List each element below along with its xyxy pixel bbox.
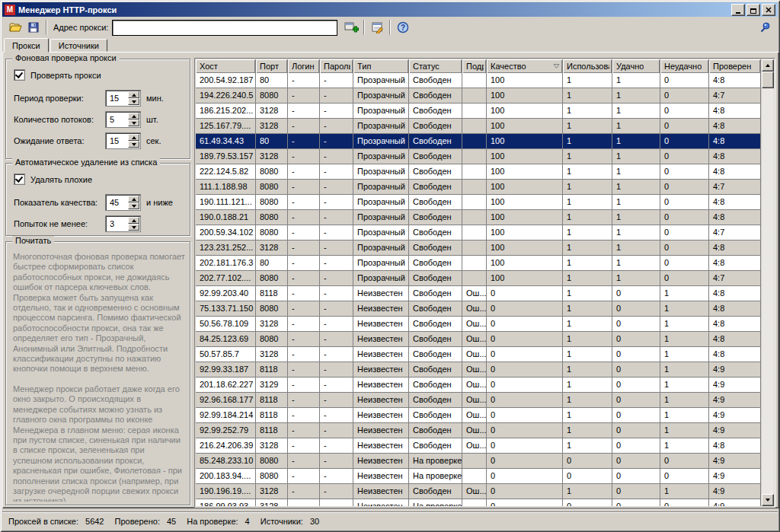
cell-type: Неизвестен	[353, 499, 409, 506]
table-row[interactable]: 92.96.168.1778118--НеизвестенСвободенОш.…	[196, 393, 761, 408]
group-readme: Почитать Многопоточная фоновая проверка …	[5, 241, 190, 505]
cell-fail: 0	[660, 88, 709, 103]
help-button[interactable]: ?	[394, 19, 412, 36]
table-row[interactable]: 92.99.184.2148118--НеизвестенСвободенОш.…	[196, 408, 761, 423]
title-bar[interactable]: M Менеджер HTTP-прокси	[2, 2, 778, 17]
add-proxy-button[interactable]	[342, 19, 360, 36]
group-title: Автоматическое удаление из списка	[12, 158, 160, 167]
cell-used: 1	[563, 180, 612, 194]
tab-sources[interactable]: Источники	[50, 39, 107, 52]
table-row[interactable]: 201.18.62.2273129--НеизвестенСвободенОш.…	[196, 377, 761, 393]
table-row[interactable]: 92.99.252.798118--НеизвестенСвободенОш..…	[196, 423, 761, 438]
cell-login: -	[288, 256, 320, 270]
table-row[interactable]: 194.226.240.58080--ПрозрачныйСвободен100…	[196, 88, 761, 104]
cell-login: -	[288, 286, 320, 301]
cell-port: 8118	[256, 408, 288, 422]
open-button[interactable]	[6, 19, 24, 36]
check-proxies-checkbox[interactable]: Проверять прокси	[14, 69, 101, 81]
table-row[interactable]: 92.99.203.408118--НеизвестенСвободенОш..…	[196, 286, 761, 301]
column-label: Подробности	[466, 62, 484, 71]
cell-used: 1	[563, 408, 612, 422]
pin-button[interactable]	[756, 19, 774, 36]
table-row[interactable]: 216.24.206.393128--НеизвестенСвободенОш.…	[196, 438, 761, 454]
maximize-icon	[750, 8, 756, 14]
minimize-button[interactable]	[731, 4, 745, 16]
cell-quality: 100	[487, 88, 563, 103]
cell-quality: 0	[487, 393, 563, 407]
table-row[interactable]: 75.133.71.1508080--НеизвестенСвободенОш.…	[196, 301, 761, 317]
column-header-status[interactable]: Статус	[409, 59, 462, 73]
properties-button[interactable]	[368, 19, 386, 36]
table-row[interactable]: 222.124.5.828080--ПрозрачныйСвободен1001…	[196, 164, 761, 180]
cell-success: 1	[612, 134, 660, 148]
status-value: 4	[245, 517, 250, 526]
column-header-login[interactable]: Логин	[288, 59, 320, 73]
quality-threshold-stepper[interactable]: 45	[105, 194, 141, 211]
table-row[interactable]: 200.54.92.18780--ПрозрачныйСвободен10011…	[196, 73, 761, 88]
column-header-host[interactable]: Хост	[196, 59, 256, 73]
cell-details: Ош...	[462, 484, 487, 499]
spin-down-button[interactable]	[128, 202, 139, 209]
cell-quality: 0	[487, 332, 563, 346]
table-row[interactable]: 84.25.123.698080--НеизвестенСвободенОш..…	[196, 332, 761, 347]
thread-count-stepper[interactable]: 5	[105, 111, 141, 128]
spin-up-button[interactable]	[128, 196, 139, 202]
column-header-type[interactable]: Тип	[353, 59, 409, 73]
column-header-password[interactable]: Пароль	[320, 59, 353, 73]
scroll-down-button[interactable]	[762, 494, 774, 506]
check-period-stepper[interactable]: 15	[105, 90, 141, 107]
cell-details	[462, 454, 487, 468]
column-header-success[interactable]: Удачно	[612, 59, 660, 73]
table-row[interactable]: 111.1.188.988080--ПрозрачныйСвободен1001…	[196, 180, 761, 195]
spin-up-button[interactable]	[128, 217, 139, 224]
table-row[interactable]: 186.99.93.933128--НеизвестенНа проверке0…	[196, 499, 761, 506]
table-row[interactable]: 92.99.33.1878118--НеизвестенСвободенОш..…	[196, 362, 761, 377]
table-row[interactable]: 202.77.102....8080--ПрозрачныйСвободен10…	[196, 271, 761, 286]
scrollbar-thumb[interactable]	[762, 72, 774, 88]
save-button[interactable]	[24, 19, 43, 36]
table-row[interactable]: 190.196.19....3128--НеизвестенСвободенОш…	[196, 484, 761, 499]
column-header-checked[interactable]: Проверен	[709, 59, 761, 73]
spin-down-button[interactable]	[128, 119, 139, 126]
table-row[interactable]: 123.231.252...3128--ПрозрачныйСвободен10…	[196, 241, 761, 256]
spin-down-button[interactable]	[128, 141, 139, 148]
spin-up-button[interactable]	[128, 113, 139, 119]
table-row[interactable]: 200.183.94....8080--НеизвестенНа проверк…	[196, 469, 761, 484]
spin-down-button[interactable]	[128, 224, 139, 231]
proxy-address-input[interactable]	[112, 20, 337, 36]
spin-down-button[interactable]	[128, 98, 139, 105]
tab-proxy[interactable]: Прокси	[4, 38, 49, 53]
min-attempts-stepper[interactable]: 3	[105, 215, 141, 232]
table-row[interactable]: 125.167.79....3128--ПрозрачныйСвободен10…	[196, 119, 761, 134]
cell-fail: 1	[660, 408, 709, 422]
table-row[interactable]: 85.248.233.108080--НеизвестенНа проверке…	[196, 454, 761, 469]
maximize-button[interactable]	[746, 4, 760, 16]
cell-fail: 0	[660, 454, 709, 468]
column-header-fail[interactable]: Неудачно	[660, 59, 709, 73]
cell-type: Неизвестен	[353, 301, 409, 316]
column-header-quality[interactable]: Качество	[487, 59, 563, 73]
table-row[interactable]: 189.79.53.1573128--ПрозрачныйСвободен100…	[196, 149, 761, 164]
spin-up-button[interactable]	[128, 134, 139, 141]
table-row[interactable]: 50.56.78.1093128--НеизвестенСвободенОш..…	[196, 317, 761, 332]
response-timeout-stepper[interactable]: 15	[105, 132, 141, 149]
column-header-used[interactable]: Использовано	[563, 59, 612, 73]
cell-quality: 100	[487, 256, 563, 270]
cell-type: Неизвестен	[353, 393, 409, 407]
table-row[interactable]: 202.181.176.380--ПрозрачныйСвободен10011…	[196, 256, 761, 271]
cell-port: 8080	[256, 454, 288, 468]
table-row[interactable]: 186.215.202...3128--ПрозрачныйСвободен10…	[196, 104, 761, 119]
scroll-up-button[interactable]	[762, 59, 774, 72]
table-row[interactable]: 200.59.34.1028080--ПрозрачныйСвободен100…	[196, 225, 761, 241]
spin-up-button[interactable]	[128, 91, 139, 98]
vertical-scrollbar[interactable]	[762, 59, 774, 506]
close-button[interactable]	[762, 4, 775, 16]
column-header-details[interactable]: Подробности	[462, 59, 487, 73]
table-row[interactable]: 61.49.34.4380--ПрозрачныйСвободен1001104…	[196, 134, 761, 149]
delete-bad-checkbox[interactable]: Удалять плохие	[14, 174, 92, 185]
table-row[interactable]: 190.0.188.218080--ПрозрачныйСвободен1001…	[196, 210, 761, 225]
table-row[interactable]: 50.57.85.73128--НеизвестенСвободенОш...0…	[196, 347, 761, 362]
table-row[interactable]: 190.111.121...8080--ПрозрачныйСвободен10…	[196, 195, 761, 210]
column-header-port[interactable]: Порт	[256, 59, 288, 73]
cell-success: 1	[612, 104, 660, 118]
